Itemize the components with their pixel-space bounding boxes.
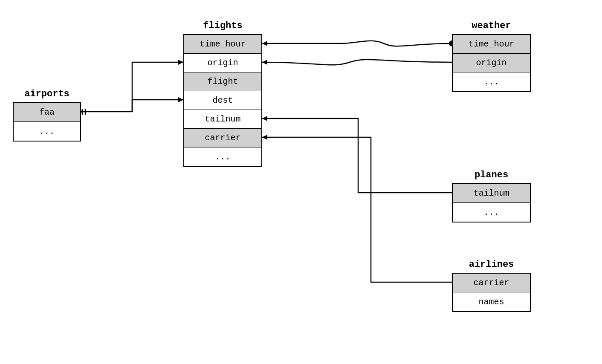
flights-row-carrier: carrier [184,129,261,147]
planes-title: planes [453,170,530,180]
airlines-title: airlines [453,259,530,270]
airports-title: airports [14,89,80,99]
airports-to-origin-line [81,62,183,112]
flights-table: flights time_hour origin flight dest tai… [183,34,262,167]
flights-row-origin: origin [184,54,261,72]
diagram-container: airports faa ... flights time_hour origi… [0,0,602,364]
weather-row-dots: ... [453,72,530,91]
arrow-to-dest [178,97,183,102]
flights-row-timehour: time_hour [184,35,261,54]
planes-row-tailnum: tailnum [453,184,530,203]
airports-row-faa: faa [14,103,80,122]
weather-row-origin: origin [453,54,530,72]
flights-row-dest: dest [184,91,261,110]
flights-row-tailnum: tailnum [184,110,261,129]
airlines-row-carrier: carrier [453,274,530,292]
weather-row-timehour: time_hour [453,35,530,54]
airlines-carrier-line [262,137,452,282]
arrow-carrier [262,135,267,140]
arrow-to-origin [178,60,183,65]
weather-origin-line [262,60,452,65]
weather-table: weather time_hour origin ... [452,34,531,92]
planes-row-dots: ... [453,203,530,222]
flights-row-flight: flight [184,72,261,91]
airlines-row-names: names [453,292,530,311]
planes-tailnum-line [262,118,452,193]
airports-row-dots: ... [14,122,80,141]
arrow-tailnum [262,116,267,121]
arrow-timehour [262,41,267,46]
airports-to-dest-line [132,100,183,112]
weather-title: weather [453,20,530,31]
airlines-table: airlines carrier names [452,273,531,312]
flights-title: flights [184,20,261,31]
planes-table: planes tailnum ... [452,183,531,222]
weather-timehour-line [262,41,452,46]
airports-table: airports faa ... [13,102,81,142]
flights-row-dots: ... [184,147,261,166]
arrow-origin-weather [262,60,267,65]
